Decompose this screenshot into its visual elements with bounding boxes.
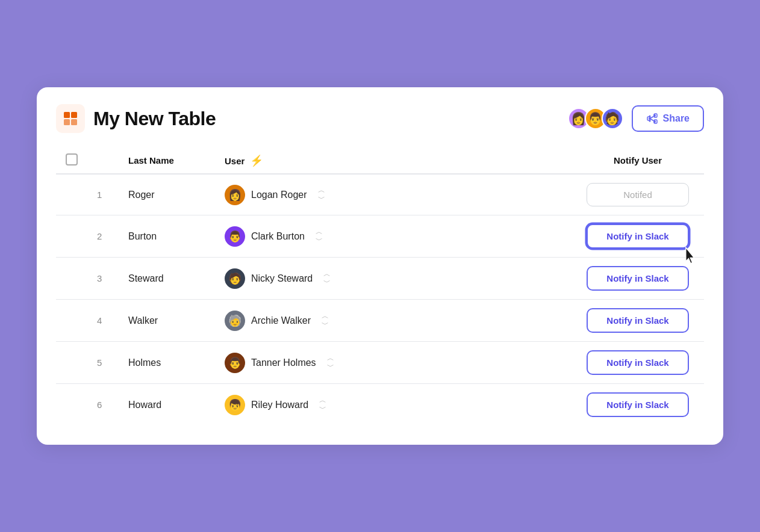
- notify-cell: Notify in Slack: [572, 342, 704, 384]
- user-name: Clark Burton: [251, 231, 305, 242]
- header: My New Table 👩 👨 🧑: [56, 104, 704, 133]
- user-name: Archie Walker: [251, 315, 311, 326]
- header-left: My New Table: [56, 104, 216, 133]
- share-label: Share: [663, 113, 690, 124]
- row-number: 1: [87, 174, 119, 215]
- user-avatar: 🧓: [225, 311, 245, 331]
- svg-rect-0: [61, 109, 80, 128]
- svg-rect-1: [64, 112, 70, 118]
- user-cell: 👩 Logan Roger ︿ ﹀: [215, 174, 572, 215]
- table-row: 3Steward 🧑 Nicky Steward ︿ ﹀ Notify in S…: [56, 258, 704, 300]
- table-row: 1Roger 👩 Logan Roger ︿ ﹀ Notifed: [56, 174, 704, 215]
- last-name-cell: Steward: [119, 258, 215, 300]
- user-header: User ⚡: [215, 147, 572, 174]
- row-number: 5: [87, 342, 119, 384]
- row-number: 6: [87, 384, 119, 426]
- sort-icon[interactable]: ︿ ﹀: [318, 187, 325, 202]
- notify-button-wrapper: Notify in Slack: [587, 308, 689, 333]
- user-avatar: 👦: [225, 395, 245, 415]
- row-number: 2: [87, 215, 119, 258]
- data-table: Last Name User ⚡ Notify User 1Roger 👩 Lo…: [56, 147, 704, 425]
- notified-button: Notifed: [587, 183, 689, 206]
- notify-cell: Notify in Slack: [572, 384, 704, 426]
- select-all-checkbox[interactable]: [66, 153, 78, 165]
- table-row: 6Howard 👦 Riley Howard ︿ ﹀ Notify in Sla…: [56, 384, 704, 426]
- header-right: 👩 👨 🧑 Share: [568, 105, 704, 132]
- sort-icon[interactable]: ︿ ﹀: [322, 312, 329, 328]
- user-name: Tanner Holmes: [251, 357, 316, 368]
- svg-line-11: [651, 119, 653, 121]
- user-avatar: 👨: [225, 353, 245, 373]
- user-cell: 👨 Tanner Holmes ︿ ﹀: [215, 342, 572, 384]
- user-name: Riley Howard: [251, 400, 308, 410]
- svg-rect-2: [71, 112, 77, 118]
- table-row: 2Burton 👨 Clark Burton ︿ ﹀ Notify in Sla…: [56, 215, 704, 258]
- row-number-header: [87, 147, 119, 174]
- svg-line-10: [651, 117, 653, 119]
- row-number: 3: [87, 258, 119, 300]
- table-row: 5Holmes 👨 Tanner Holmes ︿ ﹀ Notify in Sl…: [56, 342, 704, 384]
- page-title: My New Table: [93, 108, 216, 130]
- user-cell: 🧑 Nicky Steward ︿ ﹀: [215, 258, 572, 300]
- share-button[interactable]: Share: [632, 105, 704, 132]
- row-number: 4: [87, 300, 119, 342]
- notify-cell: Notify in Slack: [572, 258, 704, 300]
- notify-button-wrapper: Notify in Slack: [587, 350, 689, 375]
- main-card: My New Table 👩 👨 🧑: [37, 87, 723, 445]
- notify-cell: Notifed: [572, 174, 704, 215]
- notify-button-wrapper: Notify in Slack: [587, 224, 689, 249]
- table-icon: [56, 104, 85, 133]
- sort-icon[interactable]: ︿ ﹀: [327, 354, 334, 370]
- notify-slack-button[interactable]: Notify in Slack: [587, 266, 689, 291]
- notify-button-wrapper: Notify in Slack: [587, 392, 689, 417]
- notify-user-header: Notify User: [572, 147, 704, 174]
- user-cell: 👨 Clark Burton ︿ ﹀: [215, 215, 572, 258]
- avatar-3: 🧑: [602, 108, 623, 129]
- user-name: Nicky Steward: [251, 273, 313, 284]
- sort-icon[interactable]: ︿ ﹀: [323, 270, 331, 286]
- user-avatar: 👨: [225, 226, 245, 247]
- last-name-cell: Roger: [119, 174, 215, 215]
- user-cell: 👦 Riley Howard ︿ ﹀: [215, 384, 572, 426]
- share-icon: [646, 113, 658, 125]
- notify-slack-button[interactable]: Notify in Slack: [587, 392, 689, 417]
- user-avatar: 👩: [225, 185, 245, 205]
- notify-slack-button[interactable]: Notify in Slack: [587, 224, 689, 249]
- collaborators-avatars: 👩 👨 🧑: [568, 108, 623, 129]
- user-avatar: 🧑: [225, 268, 245, 289]
- user-cell: 🧓 Archie Walker ︿ ﹀: [215, 300, 572, 342]
- automation-icon: ⚡: [250, 155, 263, 167]
- sort-icon[interactable]: ︿ ﹀: [319, 397, 326, 412]
- notify-cell: Notify in Slack: [572, 215, 704, 258]
- svg-rect-3: [64, 119, 70, 125]
- table-row: 4Walker 🧓 Archie Walker ︿ ﹀ Notify in Sl…: [56, 300, 704, 342]
- last-name-cell: Holmes: [119, 342, 215, 384]
- last-name-header: Last Name: [119, 147, 215, 174]
- select-all-header: [56, 147, 87, 174]
- last-name-cell: Walker: [119, 300, 215, 342]
- notify-button-wrapper: Notify in Slack: [587, 266, 689, 291]
- last-name-cell: Howard: [119, 384, 215, 426]
- notify-slack-button[interactable]: Notify in Slack: [587, 350, 689, 375]
- last-name-cell: Burton: [119, 215, 215, 258]
- notify-cell: Notify in Slack: [572, 300, 704, 342]
- svg-rect-4: [71, 119, 77, 125]
- sort-icon[interactable]: ︿ ﹀: [316, 228, 323, 244]
- notify-slack-button[interactable]: Notify in Slack: [587, 308, 689, 333]
- user-name: Logan Roger: [251, 190, 307, 200]
